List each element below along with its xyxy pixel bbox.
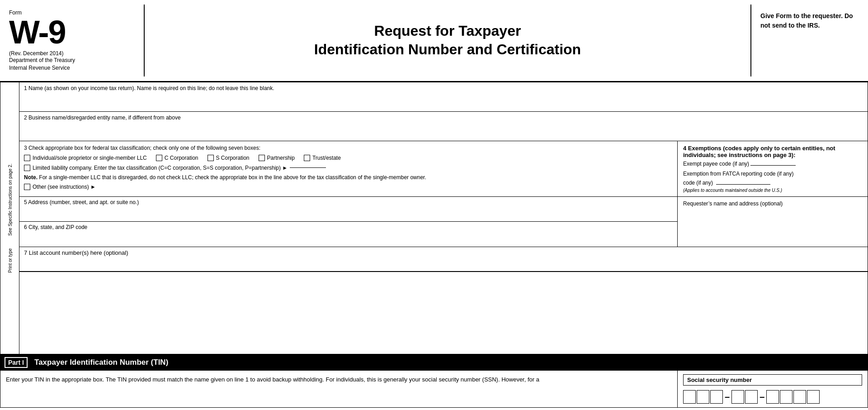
form-title: Request for Taxpayer Identification Numb… [314, 22, 581, 59]
part1-content: Enter your TIN in the appropriate box. T… [0, 371, 868, 408]
checkbox-trust-box[interactable] [304, 155, 310, 161]
field5-label: 5 Address (number, street, and apt. or s… [19, 197, 677, 206]
exempt-payee-row: Exempt payee code (if any) [683, 161, 862, 167]
main-fields: 1 Name (as shown on your income tax retu… [19, 82, 868, 354]
exemptions-section: 4 Exemptions (codes apply only to certai… [678, 141, 868, 196]
note-bold: Note. [24, 174, 38, 181]
checkbox-scorp: S Corporation [208, 155, 250, 161]
part1-paragraph: Enter your TIN in the appropriate box. T… [6, 375, 672, 384]
requester-address: Requester’s name and address (optional) [678, 197, 868, 247]
tax-class-main: 3 Check appropriate box for federal tax … [19, 141, 678, 196]
checkbox-individual-label: Individual/sole proprietor or single-mem… [33, 155, 147, 161]
fatca-code-row: code (if any) [683, 180, 862, 186]
fatca-section: Exemption from FATCA reporting code (if … [683, 171, 862, 193]
ssn-group1 [683, 390, 723, 404]
exempt-payee-input[interactable] [750, 165, 796, 166]
field2-input[interactable] [19, 122, 868, 138]
ssn-label: Social security number [683, 374, 862, 386]
checkbox-ccorp-label: C Corporation [165, 155, 198, 161]
form-sidebar: Print or type See Specific Instructions … [0, 82, 19, 354]
field3-label: 3 Check appropriate box for federal tax … [24, 145, 673, 151]
ssn-box-9[interactable] [807, 390, 820, 404]
form-header: Form W-9 (Rev. December 2014) Department… [0, 0, 868, 82]
ssn-boxes: – – [683, 390, 862, 404]
form-number: W-9 [9, 16, 135, 48]
field2-label: 2 Business name/disregarded entity name,… [19, 112, 868, 122]
form-rev: (Rev. December 2014) [9, 50, 135, 57]
form-body: Print or type See Specific Instructions … [0, 82, 868, 354]
tax-class-section: 3 Check appropriate box for federal tax … [19, 141, 868, 197]
checkboxes-row: Individual/sole proprietor or single-mem… [24, 155, 673, 161]
field7-row: 7 List account number(s) here (optional) [19, 247, 868, 272]
address-left: 5 Address (number, street, and apt. or s… [19, 197, 678, 247]
ssn-box-5[interactable] [745, 390, 758, 404]
ssn-box-3[interactable] [710, 390, 723, 404]
sidebar-text: Print or type See Specific Instructions … [7, 163, 12, 272]
checkbox-ccorp: C Corporation [156, 155, 198, 161]
checkbox-llc-box[interactable] [24, 165, 30, 171]
fatca-code-label: code (if any) [683, 180, 713, 186]
form-dept2: Internal Revenue Service [9, 64, 135, 72]
field5-input[interactable] [19, 206, 677, 220]
exemptions-header: 4 Exemptions (codes apply only to certai… [683, 145, 862, 158]
w9-form: Form W-9 (Rev. December 2014) Department… [0, 0, 868, 410]
ssn-dash2: – [760, 391, 764, 402]
field5-row: 5 Address (number, street, and apt. or s… [19, 197, 677, 222]
exempt-payee-label: Exempt payee code (if any) [683, 161, 749, 167]
part1-text-area: Enter your TIN in the appropriate box. T… [0, 371, 678, 407]
ssn-box-7[interactable] [780, 390, 793, 404]
llc-row: Limited liability company. Enter the tax… [24, 165, 673, 171]
checkbox-individual: Individual/sole proprietor or single-mem… [24, 155, 147, 161]
header-left: Form W-9 (Rev. December 2014) Department… [0, 5, 145, 76]
address-section: 5 Address (number, street, and apt. or s… [19, 197, 868, 247]
checkbox-ccorp-box[interactable] [156, 155, 162, 161]
checkbox-individual-box[interactable] [24, 155, 30, 161]
note-text: For a single-member LLC that is disregar… [38, 174, 426, 181]
ssn-group3 [766, 390, 820, 404]
field1-label: 1 Name (as shown on your income tax retu… [19, 82, 868, 92]
note-row: Note. For a single-member LLC that is di… [24, 174, 673, 181]
checkbox-scorp-box[interactable] [208, 155, 214, 161]
checkbox-trust: Trust/estate [304, 155, 341, 161]
ssn-box-8[interactable] [793, 390, 806, 404]
fatca-applies: (Applies to accounts maintained outside … [683, 188, 862, 193]
ssn-dash1: – [725, 391, 730, 402]
checkbox-scorp-label: S Corporation [216, 155, 250, 161]
fatca-code-input[interactable] [716, 184, 770, 185]
other-label: Other (see instructions) ► [33, 184, 96, 190]
header-right-instructions: Give Form to the requester. Do not send … [750, 5, 868, 76]
checkbox-trust-label: Trust/estate [312, 155, 341, 161]
ssn-box-1[interactable] [683, 390, 696, 404]
form-dept1: Department of the Treasury [9, 57, 135, 64]
field6-label: 6 City, state, and ZIP code [19, 222, 677, 231]
requester-address-label: Requester’s name and address (optional) [683, 200, 862, 207]
checkbox-partnership: Partnership [259, 155, 295, 161]
field7-label: 7 List account number(s) here (optional) [24, 249, 863, 256]
field6-row: 6 City, state, and ZIP code [19, 222, 677, 247]
part1-tin-area: Social security number – – [678, 371, 868, 407]
fatca-label: Exemption from FATCA reporting code (if … [683, 171, 862, 177]
field1-input[interactable] [19, 92, 868, 108]
part1-title: Taxpayer Identification Number (TIN) [34, 358, 168, 367]
part1-header: Part I Taxpayer Identification Number (T… [0, 354, 868, 371]
checkbox-partnership-label: Partnership [267, 155, 295, 161]
header-center: Request for Taxpayer Identification Numb… [145, 5, 750, 76]
ssn-box-4[interactable] [731, 390, 744, 404]
form-label-number: Form W-9 [9, 9, 135, 48]
ssn-box-2[interactable] [697, 390, 709, 404]
llc-input-line[interactable] [290, 167, 326, 168]
part1-label: Part I [5, 357, 28, 368]
ssn-group2 [731, 390, 758, 404]
checkbox-partnership-box[interactable] [259, 155, 265, 161]
other-row: Other (see instructions) ► [24, 184, 673, 190]
ssn-box-6[interactable] [766, 390, 779, 404]
field1-row: 1 Name (as shown on your income tax retu… [19, 82, 868, 112]
checkbox-other-box[interactable] [24, 184, 30, 190]
field2-row: 2 Business name/disregarded entity name,… [19, 112, 868, 141]
field6-input[interactable] [19, 231, 677, 245]
llc-label: Limited liability company. Enter the tax… [33, 165, 288, 171]
